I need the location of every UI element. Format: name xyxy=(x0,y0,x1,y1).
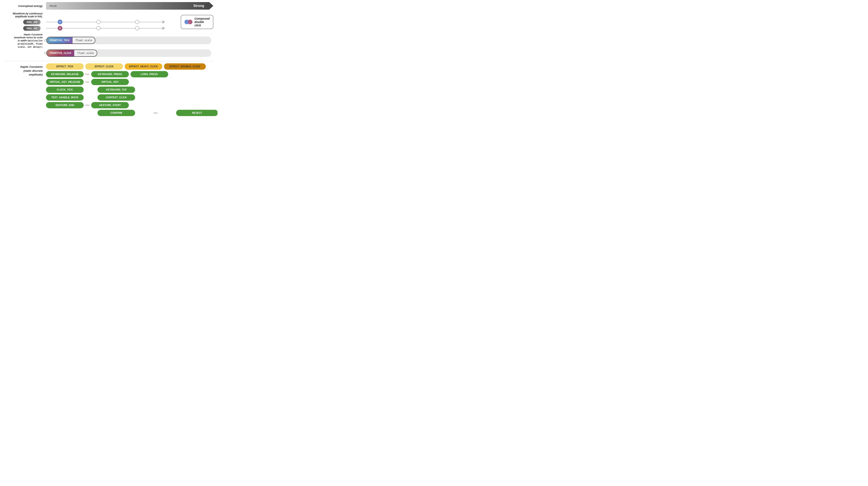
clock-tick-pill[interactable]: CLOCK_TICK xyxy=(46,87,84,93)
primitive-tick-right: float scale xyxy=(72,37,95,43)
gesture-end-pill[interactable]: GESTURE_END xyxy=(46,102,84,108)
primitive-tick-row: Haptic Constants(amplitude varies by sca… xyxy=(4,33,213,48)
virtual-key-release-pill[interactable]: VIRTUAL_KEY_RELEASE xyxy=(46,79,84,85)
energy-row: Conceptual energy Weak Strong xyxy=(4,2,213,10)
haptic-discrete-content: EFFECT_TICK EFFECT_CLICK EFFECT_HEAVY_CL… xyxy=(46,63,218,116)
hal-h1-arrow xyxy=(162,27,165,30)
hal-h0-arrow xyxy=(162,20,165,24)
context-click-col: CONTEXT_CLICK xyxy=(97,94,135,101)
hal-h1-slider[interactable]: S xyxy=(46,25,163,31)
hal-h0-start-marker[interactable]: S xyxy=(58,20,62,24)
context-click-pill[interactable]: CONTEXT_CLICK xyxy=(97,94,135,101)
hal-h0-section: HAL_H0 S C xyxy=(4,19,213,25)
effect-tick-pill[interactable]: EFFECT_TICK xyxy=(46,63,84,70)
waveform-label: Waveform by continuous amplitude scale i… xyxy=(4,11,46,18)
keyboard-tap-col: KEYBOARD_TAP xyxy=(97,87,135,93)
clock-keyboard-tap-row: CLOCK_TICK KEYBOARD_TAP xyxy=(46,87,218,93)
keyboard-row: KEYBOARD_RELEASE Pair KEYBOARD_PRESS LON… xyxy=(46,71,218,77)
legend-circle-pink xyxy=(188,20,192,24)
haptic-constants-continuous-label: Haptic Constants(amplitude varies by sca… xyxy=(4,33,46,48)
primitive-click-row: PRIMITIVE_CLICK float scale xyxy=(4,50,213,57)
energy-bar-container: Weak Strong xyxy=(46,2,213,10)
primitive-click-left: PRIMITIVE_CLICK xyxy=(47,50,74,56)
effects-row: EFFECT_TICK EFFECT_CLICK EFFECT_HEAVY_CL… xyxy=(46,63,218,70)
gesture-start-pill[interactable]: GESTURE_START xyxy=(91,102,129,108)
keyboard-release-col: KEYBOARD_RELEASE xyxy=(46,71,84,77)
main-container: Conceptual energy Weak Strong Waveform b… xyxy=(0,0,218,118)
confirm-col: CONFIRM xyxy=(97,110,135,116)
gesture-row: GESTURE_END Pair GESTURE_START xyxy=(46,102,218,108)
long-press-col: LONG_PRESS xyxy=(130,71,168,77)
effect-click-col: EFFECT_CLICK xyxy=(85,63,123,70)
primitive-click-track: PRIMITIVE_CLICK float scale xyxy=(46,50,211,57)
keyboard-release-pill[interactable]: KEYBOARD_RELEASE xyxy=(46,71,84,77)
hal-h1-mid-marker1[interactable] xyxy=(96,26,101,30)
hal-h0-start-label: S xyxy=(59,21,61,23)
effect-double-click-pill[interactable]: EFFECT_DOUBLE_CLICK xyxy=(164,63,206,70)
haptic-discrete-section: Haptic Constants(static discreteamplitud… xyxy=(4,61,213,116)
hal-h0-row: HAL_H0 S C xyxy=(4,19,213,25)
confirm-reject-row: CONFIRM Pair REJECT xyxy=(46,110,218,116)
text-handle-move-pill[interactable]: TEXT_HANDLE_MOVE xyxy=(46,94,84,101)
hal-h1-start-marker[interactable]: S xyxy=(58,26,62,31)
clock-tick-col: CLOCK_TICK xyxy=(46,87,84,93)
effect-heavy-click-col: EFFECT_HEAVY_CLICK xyxy=(125,63,162,70)
reject-pill[interactable]: REJECT xyxy=(176,110,218,116)
reject-col: REJECT xyxy=(176,110,218,116)
haptic-discrete-label: Haptic Constants(static discreteamplitud… xyxy=(4,63,46,116)
hal-h1-label: HAL_H1 xyxy=(23,26,40,31)
hal-h1-start-label: S xyxy=(59,27,61,29)
primitive-click-right: float scale xyxy=(74,50,97,56)
effect-double-click-col: EFFECT_DOUBLE_CLICK xyxy=(164,63,206,70)
hal-h0-line xyxy=(46,22,163,22)
hal-h1-line xyxy=(46,28,163,29)
primitive-tick-left: PRIMITIVE_TICK xyxy=(47,37,72,43)
composed-double-click-legend: Composed double click xyxy=(181,15,213,29)
virtual-key-release-col: VIRTUAL_KEY_RELEASE xyxy=(46,79,84,85)
virtual-key-col: VIRTUAL_KEY xyxy=(91,79,129,85)
text-context-row: TEXT_HANDLE_MOVE CONTEXT_CLICK xyxy=(46,94,218,101)
virtual-key-pill[interactable]: VIRTUAL_KEY xyxy=(91,79,129,85)
confirm-pair-label: Pair xyxy=(154,112,158,114)
legend-circles xyxy=(184,20,192,24)
primitive-click-pill[interactable]: PRIMITIVE_CLICK float scale xyxy=(46,50,97,57)
keyboard-press-col: KEYBOARD_PRESS xyxy=(91,71,129,77)
hal-h0-mid-marker2[interactable] xyxy=(135,20,139,24)
energy-weak-label: Weak xyxy=(49,4,57,7)
hal-h0-mid-marker1[interactable] xyxy=(96,20,101,24)
legend-text: Composed double click xyxy=(194,17,210,27)
confirm-pair-label-col: Pair xyxy=(137,112,175,114)
effect-click-pill[interactable]: EFFECT_CLICK xyxy=(85,63,123,70)
energy-label: Conceptual energy xyxy=(4,4,46,7)
effect-tick-col: EFFECT_TICK xyxy=(46,63,84,70)
gesture-start-col: GESTURE_START xyxy=(91,102,129,108)
virtual-key-row: VIRTUAL_KEY_RELEASE Pair VIRTUAL_KEY xyxy=(46,79,218,85)
energy-strong-label: Strong xyxy=(193,4,204,8)
keyboard-tap-pill[interactable]: KEYBOARD_TAP xyxy=(97,87,135,93)
hal-h0-slider[interactable]: S xyxy=(46,19,163,25)
long-press-pill[interactable]: LONG_PRESS xyxy=(130,71,168,77)
virtual-key-pair-label: Pair xyxy=(85,81,90,83)
text-handle-move-col: TEXT_HANDLE_MOVE xyxy=(46,94,84,101)
effect-heavy-click-pill[interactable]: EFFECT_HEAVY_CLICK xyxy=(125,63,162,70)
gesture-end-col: GESTURE_END xyxy=(46,102,84,108)
gesture-pair-label: Pair xyxy=(85,104,90,106)
primitive-tick-track: PRIMITIVE_TICK float scale xyxy=(46,37,211,44)
confirm-pill[interactable]: CONFIRM xyxy=(97,110,135,116)
energy-bar: Weak Strong xyxy=(46,2,213,10)
hal-h1-mid-marker2[interactable] xyxy=(135,26,139,30)
hal-h0-label: HAL_H0 xyxy=(23,20,40,25)
keyboard-pair-label: Pair xyxy=(85,73,90,75)
primitive-tick-pill[interactable]: PRIMITIVE_TICK float scale xyxy=(46,37,95,44)
keyboard-press-pill[interactable]: KEYBOARD_PRESS xyxy=(91,71,129,77)
